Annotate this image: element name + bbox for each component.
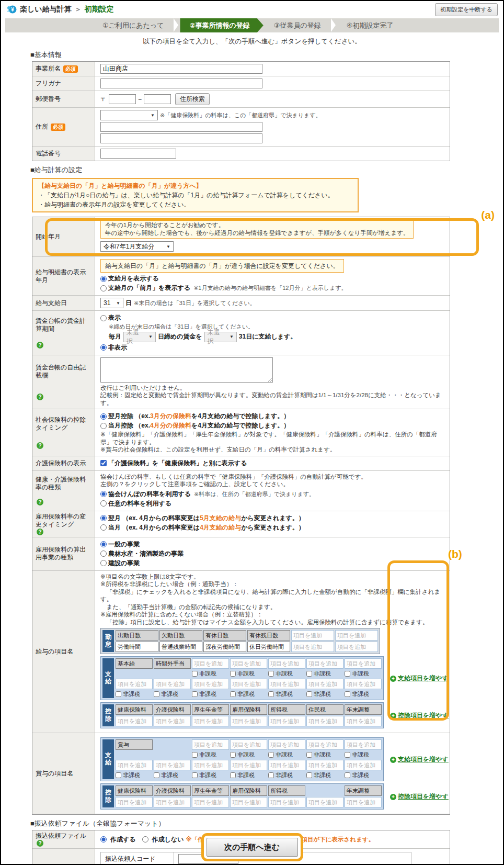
item-name-field[interactable]: 項目を追加 bbox=[116, 760, 153, 770]
item-name-field[interactable]: 雇用保険料 bbox=[230, 704, 267, 715]
item-name-field[interactable]: 年末調整 bbox=[345, 704, 382, 715]
item-name-field[interactable]: 介護保険料 bbox=[154, 704, 191, 715]
tax-exempt-checkbox[interactable] bbox=[345, 772, 350, 778]
item-name-field[interactable]: 項目を追加 bbox=[192, 716, 229, 726]
item-name-field[interactable]: 項目を追加 bbox=[230, 658, 267, 669]
item-name-field[interactable]: 項目を追加 bbox=[192, 679, 229, 689]
next-month-radio[interactable] bbox=[100, 515, 107, 521]
item-name-field[interactable]: 項目を追加 bbox=[230, 739, 267, 750]
item-name-field[interactable]: 所得税 bbox=[268, 704, 305, 715]
item-name-field[interactable]: 項目を追加 bbox=[154, 679, 191, 689]
business-construction-radio[interactable] bbox=[100, 560, 107, 566]
item-name-field[interactable]: 項目を追加 bbox=[268, 658, 305, 669]
add-item-link[interactable]: 控除項目を増やす bbox=[398, 793, 449, 800]
item-name-field[interactable]: 基本給 bbox=[116, 658, 153, 669]
tax-exempt-checkbox[interactable] bbox=[306, 671, 312, 677]
tax-exempt-checkbox[interactable] bbox=[268, 772, 274, 778]
tax-exempt-checkbox[interactable] bbox=[268, 691, 274, 697]
item-name-field[interactable]: 項目を追加 bbox=[306, 760, 343, 770]
item-name-field[interactable]: 項目を追加 bbox=[154, 797, 191, 807]
tax-exempt-checkbox[interactable] bbox=[116, 772, 121, 778]
item-name-field[interactable]: 項目を追加 bbox=[268, 679, 305, 689]
address-line2-input[interactable] bbox=[100, 133, 262, 143]
tax-exempt-checkbox[interactable] bbox=[154, 691, 159, 697]
pay-month-select[interactable]: 未選択▼ bbox=[204, 332, 237, 342]
same-month-deduct-radio[interactable] bbox=[100, 423, 107, 429]
item-name-field[interactable]: 項目を追加 bbox=[116, 679, 153, 689]
item-name-field[interactable]: 項目を追加 bbox=[345, 658, 382, 669]
item-name-field[interactable]: 項目を追加 bbox=[192, 658, 229, 669]
item-name-field[interactable]: 項目を追加 bbox=[230, 797, 267, 807]
payslip-option2-radio[interactable] bbox=[100, 285, 107, 291]
address-line1-input[interactable] bbox=[100, 122, 262, 132]
item-name-field[interactable]: 健康保険料 bbox=[116, 704, 153, 715]
payday-select[interactable]: 31▼ bbox=[100, 298, 123, 308]
item-name-field[interactable]: 項目を追加 bbox=[268, 716, 305, 726]
item-name-field[interactable]: 項目を追加 bbox=[230, 716, 267, 726]
care-separate-checkbox[interactable] bbox=[100, 460, 107, 466]
tax-exempt-checkbox[interactable] bbox=[345, 671, 350, 677]
tax-exempt-checkbox[interactable] bbox=[345, 752, 350, 758]
item-name-field[interactable]: 項目を追加 bbox=[345, 739, 382, 750]
office-name-input[interactable] bbox=[100, 64, 262, 74]
item-name-field[interactable]: 有休日数 bbox=[203, 630, 246, 641]
business-general-radio[interactable] bbox=[100, 541, 107, 547]
item-name-field[interactable]: 労働時間 bbox=[116, 642, 158, 652]
item-name-field[interactable]: 有休残日数 bbox=[247, 630, 290, 641]
furigana-input[interactable] bbox=[100, 78, 262, 88]
item-name-field[interactable]: 賞与 bbox=[116, 739, 153, 750]
kyokai-rate-radio[interactable] bbox=[100, 491, 107, 497]
start-month-select[interactable]: 令和7年1月支給分▼ bbox=[100, 241, 174, 252]
item-name-field[interactable]: 健康保険料 bbox=[116, 785, 153, 796]
next-step-button[interactable]: 次の手順へ進む bbox=[207, 838, 298, 857]
ledger-hide-radio[interactable] bbox=[100, 344, 107, 351]
item-name-field[interactable]: 項目を追加 bbox=[306, 797, 343, 807]
item-name-field[interactable]: 項目を追加 bbox=[335, 630, 378, 641]
tax-exempt-checkbox[interactable] bbox=[306, 691, 312, 697]
add-item-link[interactable]: 控除項目を増やす bbox=[398, 712, 449, 719]
item-name-field[interactable]: 項目を追加 bbox=[268, 760, 305, 770]
item-name-field[interactable]: 所得税 bbox=[268, 785, 305, 796]
help-icon[interactable]: ? bbox=[37, 394, 43, 400]
help-icon[interactable]: ? bbox=[37, 499, 43, 505]
tax-exempt-checkbox[interactable] bbox=[192, 671, 198, 677]
abort-setup-button[interactable]: 初期設定を中断する bbox=[435, 3, 498, 16]
item-name-field[interactable]: 項目を追加 bbox=[230, 760, 267, 770]
item-name-field[interactable]: 項目を追加 bbox=[345, 716, 382, 726]
tax-exempt-checkbox[interactable] bbox=[154, 772, 159, 778]
tax-exempt-checkbox[interactable] bbox=[230, 691, 236, 697]
tax-exempt-checkbox[interactable] bbox=[192, 752, 198, 758]
item-name-field[interactable]: 普通残業時間 bbox=[159, 642, 202, 652]
item-name-field[interactable]: 項目を追加 bbox=[192, 760, 229, 770]
tax-exempt-checkbox[interactable] bbox=[116, 691, 121, 697]
item-name-field[interactable]: 項目を追加 bbox=[116, 797, 153, 807]
tax-exempt-checkbox[interactable] bbox=[230, 752, 236, 758]
add-item-link[interactable]: 支給項目を増やす bbox=[398, 675, 449, 682]
item-name-field[interactable]: 項目を追加 bbox=[306, 658, 343, 669]
item-name-field[interactable]: 項目を追加 bbox=[230, 679, 267, 689]
help-icon[interactable]: ? bbox=[37, 442, 43, 449]
tax-exempt-checkbox[interactable] bbox=[268, 671, 274, 677]
item-name-field[interactable]: 項目を追加 bbox=[291, 642, 334, 652]
item-name-field[interactable]: 雇用保険料 bbox=[230, 785, 267, 796]
tax-exempt-checkbox[interactable] bbox=[306, 772, 312, 778]
item-name-field[interactable]: 厚生年金等 bbox=[192, 785, 229, 796]
tax-exempt-checkbox[interactable] bbox=[268, 752, 274, 758]
item-name-field[interactable]: 欠勤日数 bbox=[159, 630, 202, 641]
tax-exempt-checkbox[interactable] bbox=[230, 671, 236, 677]
item-name-field[interactable]: 項目を追加 bbox=[268, 739, 305, 750]
postal-code2-input[interactable] bbox=[144, 94, 171, 104]
item-name-field[interactable]: 住民税 bbox=[306, 704, 343, 715]
tax-exempt-checkbox[interactable] bbox=[345, 691, 350, 697]
item-name-field[interactable]: 項目を追加 bbox=[192, 797, 229, 807]
business-agri-radio[interactable] bbox=[100, 551, 107, 557]
help-icon[interactable]: ? bbox=[37, 529, 43, 535]
phone-input[interactable] bbox=[100, 149, 176, 159]
same-month-radio[interactable] bbox=[100, 524, 107, 531]
item-name-field[interactable]: 年末調整 bbox=[345, 785, 382, 796]
item-name-field[interactable]: 厚生年金等 bbox=[192, 704, 229, 715]
payslip-option1-radio[interactable] bbox=[100, 276, 107, 282]
item-name-field[interactable]: 出勤日数 bbox=[116, 630, 158, 641]
item-name-field[interactable]: 項目を追加 bbox=[291, 630, 334, 641]
item-name-field[interactable]: 項目を追加 bbox=[154, 716, 191, 726]
